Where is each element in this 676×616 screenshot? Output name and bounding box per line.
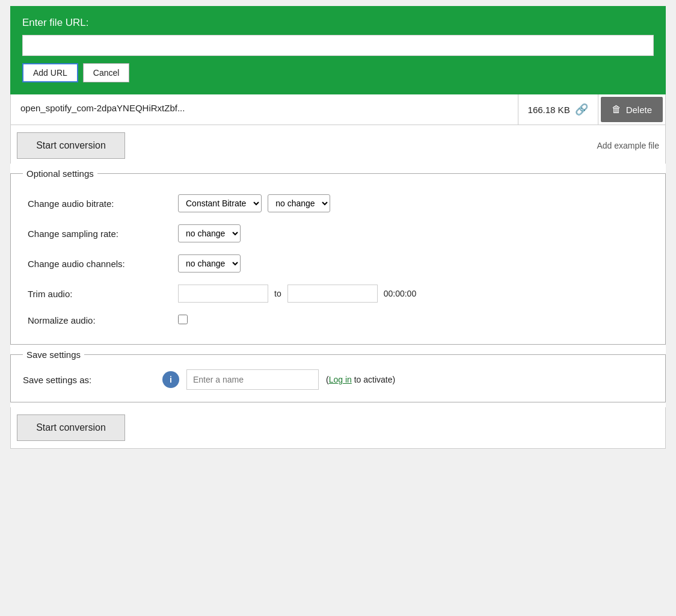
trim-inputs: to 00:00:00: [178, 285, 648, 303]
file-row: open_spotify_com-2dpaYNEQHiRxtZbf... 166…: [10, 94, 666, 125]
save-settings-label: Save settings as:: [23, 375, 155, 385]
login-suffix: to activate): [352, 375, 395, 384]
normalize-checkbox[interactable]: [178, 315, 188, 324]
start-conversion-button-top[interactable]: Start conversion: [17, 132, 125, 159]
trim-controls: to 00:00:00: [173, 279, 653, 309]
channels-select[interactable]: no change 1 (Mono) 2 (Stereo): [178, 254, 241, 273]
bitrate-row: Change audio bitrate: Constant Bitrate V…: [23, 188, 653, 218]
url-section: Enter file URL: Add URL Cancel: [10, 6, 666, 94]
trim-end-input[interactable]: [287, 285, 378, 303]
bitrate-type-select[interactable]: Constant Bitrate Variable Bitrate: [178, 194, 262, 212]
channels-label: Change audio channels:: [23, 248, 173, 279]
login-link[interactable]: Log in: [329, 375, 352, 384]
save-settings-legend: Save settings: [23, 350, 84, 360]
link-icon: 🔗: [575, 103, 588, 116]
optional-settings-legend: Optional settings: [23, 168, 97, 179]
trim-row: Trim audio: to 00:00:00: [23, 279, 653, 309]
normalize-label: Normalize audio:: [23, 309, 173, 332]
start-conversion-button-bottom[interactable]: Start conversion: [17, 414, 125, 441]
settings-table: Change audio bitrate: Constant Bitrate V…: [23, 188, 653, 332]
delete-button[interactable]: 🗑 Delete: [601, 97, 663, 122]
optional-settings-section: Optional settings Change audio bitrate: …: [10, 168, 666, 345]
trash-icon: 🗑: [612, 104, 621, 115]
bitrate-controls: Constant Bitrate Variable Bitrate no cha…: [173, 188, 653, 218]
normalize-controls: [173, 309, 653, 332]
channels-row: Change audio channels: no change 1 (Mono…: [23, 248, 653, 279]
normalize-row: Normalize audio:: [23, 309, 653, 332]
login-text: (Log in to activate): [326, 375, 395, 384]
sampling-row: Change sampling rate: no change 8000 Hz …: [23, 218, 653, 248]
file-size-text: 166.18 KB: [528, 105, 570, 115]
save-settings-section: Save settings Save settings as: i (Log i…: [10, 350, 666, 402]
info-icon: i: [162, 371, 179, 388]
sampling-controls: no change 8000 Hz 11025 Hz 22050 Hz 4410…: [173, 218, 653, 248]
trim-to-label: to: [274, 289, 281, 298]
actions-row: Start conversion Add example file: [10, 125, 666, 164]
delete-label: Delete: [626, 105, 652, 115]
trim-label: Trim audio:: [23, 279, 173, 309]
channels-controls: no change 1 (Mono) 2 (Stereo): [173, 248, 653, 279]
add-example-link[interactable]: Add example file: [597, 141, 659, 150]
file-name: open_spotify_com-2dpaYNEQHiRxtZbf...: [11, 94, 518, 125]
bottom-section: Start conversion: [10, 407, 666, 449]
bitrate-value-select[interactable]: no change 32k 64k 96k 128k 192k 256k 320…: [268, 194, 330, 212]
add-url-button[interactable]: Add URL: [22, 63, 78, 82]
url-label: Enter file URL:: [22, 17, 654, 29]
save-name-input[interactable]: [186, 369, 319, 390]
file-size-section: 166.18 KB 🔗: [518, 94, 598, 125]
bitrate-label: Change audio bitrate:: [23, 188, 173, 218]
sampling-select[interactable]: no change 8000 Hz 11025 Hz 22050 Hz 4410…: [178, 224, 241, 242]
url-input[interactable]: [22, 35, 654, 56]
save-row: Save settings as: i (Log in to activate): [23, 369, 653, 390]
sampling-label: Change sampling rate:: [23, 218, 173, 248]
trim-duration: 00:00:00: [384, 289, 417, 298]
trim-start-input[interactable]: [178, 285, 268, 303]
url-buttons: Add URL Cancel: [22, 63, 654, 82]
cancel-button[interactable]: Cancel: [83, 63, 130, 82]
